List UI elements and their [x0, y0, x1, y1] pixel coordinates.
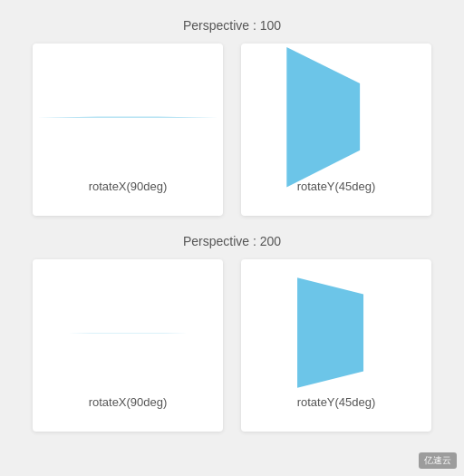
box-wrapper-rotatey-100: [273, 67, 400, 167]
box-wrapper-rotatey-200: [273, 283, 400, 383]
cards-row-200: rotateX(90deg) rotateY(45deg): [33, 259, 431, 432]
card-rotatey-200: rotateY(45deg): [241, 259, 431, 432]
watermark: 亿速云: [419, 452, 457, 469]
card-label-rotatex-200: rotateX(90deg): [89, 395, 168, 409]
card-rotatex-200: rotateX(90deg): [33, 259, 223, 432]
card-rotatey-100: rotateY(45deg): [241, 44, 431, 216]
cards-row-100: rotateX(90deg) rotateY(45deg): [33, 44, 431, 216]
section-title-200: Perspective : 200: [183, 234, 281, 248]
blue-box-rotatey-100: [286, 46, 360, 187]
section-title-100: Perspective : 100: [183, 18, 281, 33]
box-wrapper-rotatex-200: [64, 283, 191, 383]
page: Perspective : 100 rotateX(90deg) rotateY…: [0, 0, 464, 476]
blue-box-rotatey-200: [297, 277, 363, 387]
card-label-rotatex-100: rotateX(90deg): [89, 180, 168, 193]
box-wrapper-rotatex-100: [64, 67, 191, 167]
card-label-rotatey-100: rotateY(45deg): [297, 180, 376, 193]
card-label-rotatey-200: rotateY(45deg): [297, 395, 376, 409]
card-rotatex-100: rotateX(90deg): [33, 44, 223, 216]
